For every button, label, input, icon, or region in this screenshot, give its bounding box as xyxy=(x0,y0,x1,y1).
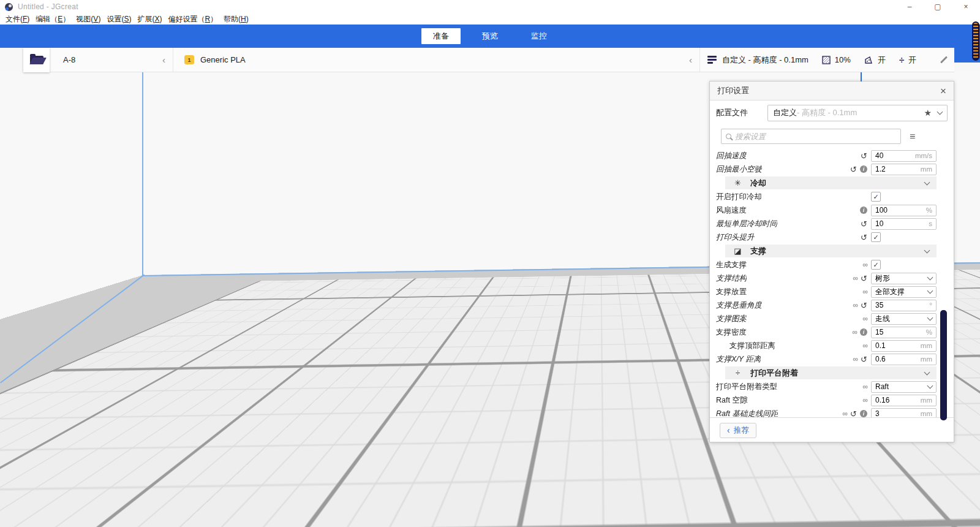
settings-rows: 回抽速度↺40mm/s回抽最小空驶↺i1.2mm✳冷却开启打印冷却✓风扇速度i1… xyxy=(710,148,954,417)
menu-item-settings[interactable]: 设置(S) xyxy=(104,14,134,25)
setting-input[interactable]: 3mm xyxy=(871,408,937,418)
setting-row: 支撑放置∞全部支撑 xyxy=(710,285,937,298)
setting-label: 支撑结构 xyxy=(716,273,747,284)
setting-row: 打印头提升↺✓ xyxy=(710,230,937,244)
panel-scrollbar-thumb[interactable] xyxy=(940,310,947,420)
menu-item-edit[interactable]: 编辑（E） xyxy=(32,14,73,25)
menu-item-help[interactable]: 帮助(H) xyxy=(221,14,252,25)
minimize-button[interactable]: – xyxy=(895,0,924,13)
view-front-button[interactable] xyxy=(24,498,34,508)
favorite-star-icon[interactable]: ★ xyxy=(924,108,932,118)
setting-checkbox[interactable]: ✓ xyxy=(871,260,881,270)
unit-label: s xyxy=(929,220,932,227)
setting-input[interactable]: 15% xyxy=(871,327,937,338)
stage-tabs: 准备预览监控 xyxy=(421,28,559,44)
setting-row: 支撑结构∞↺树形 xyxy=(710,271,937,285)
link-icon: ∞ xyxy=(843,409,848,417)
chevron-left-icon: ‹ xyxy=(727,425,730,435)
link-icon: ∞ xyxy=(862,260,867,269)
setting-label: 支撑图案 xyxy=(716,314,747,324)
recommended-button[interactable]: ‹ 推荐 xyxy=(720,423,756,438)
tab-preview[interactable]: 预览 xyxy=(470,28,510,44)
section-header[interactable]: ◪支撑 xyxy=(725,245,937,257)
chevron-down-icon xyxy=(927,288,933,294)
adhesion-icon: ÷ xyxy=(733,368,742,377)
tab-monitor[interactable]: 监控 xyxy=(519,28,559,44)
panel-anchor-line xyxy=(861,72,862,82)
adhesion-state: 开 xyxy=(908,55,916,66)
info-icon[interactable]: i xyxy=(860,207,867,214)
view-3d-button[interactable] xyxy=(7,498,18,508)
configuration-toolbar: A-8 ‹ 1 Generic PLA ‹ 自定义 - 高精度 - 0.1mm … xyxy=(23,48,954,72)
setting-row: 风扇速度i100% xyxy=(710,203,937,217)
section-label: 打印平台附着 xyxy=(750,368,798,379)
section-header[interactable]: ÷打印平台附着 xyxy=(725,366,937,379)
setting-input[interactable]: 40mm/s xyxy=(871,150,937,162)
setting-select[interactable]: 树形 xyxy=(871,273,937,284)
menu-item-view[interactable]: 视图(V) xyxy=(73,14,104,25)
setting-checkbox[interactable]: ✓ xyxy=(871,232,881,242)
setting-input[interactable]: 35° xyxy=(871,300,937,311)
tab-prepare[interactable]: 准备 xyxy=(421,28,461,44)
setting-checkbox[interactable]: ✓ xyxy=(871,192,881,202)
summary-profile-text: 自定义 - 高精度 - 0.1mm xyxy=(722,55,809,66)
stage-bar: 准备预览监控 xyxy=(0,25,980,48)
menu-item-file[interactable]: 文件(F) xyxy=(2,14,32,25)
section-label: 冷却 xyxy=(750,178,766,189)
maximize-button[interactable]: ▢ xyxy=(924,0,952,13)
view-left-button[interactable] xyxy=(57,498,67,508)
profile-layers-icon xyxy=(707,56,717,64)
setting-input[interactable]: 0.1mm xyxy=(871,340,937,352)
info-icon[interactable]: i xyxy=(860,410,867,417)
printer-selector[interactable]: A-8 ‹ xyxy=(50,48,173,72)
undo-icon[interactable]: ↺ xyxy=(850,410,857,418)
material-name: Generic PLA xyxy=(200,55,246,64)
search-box[interactable] xyxy=(721,129,901,144)
view-right-button[interactable] xyxy=(74,498,84,508)
profile-dropdown[interactable]: 自定义 - 高精度 - 0.1mm ★ xyxy=(767,105,948,121)
collapse-left-icon[interactable]: ‹ xyxy=(162,55,165,65)
fan-icon: ✳ xyxy=(733,178,742,188)
setting-label: 支撑X/Y 距离 xyxy=(716,354,761,365)
setting-input[interactable]: 0.6mm xyxy=(871,354,937,365)
edit-pencil-icon[interactable] xyxy=(939,55,948,64)
panel-header: 打印设置 × xyxy=(710,82,954,100)
section-header[interactable]: ✳冷却 xyxy=(725,176,937,189)
undo-icon[interactable]: ↺ xyxy=(861,233,867,241)
menu-item-extensions[interactable]: 扩展(X) xyxy=(134,14,165,25)
print-settings-summary-button[interactable]: 自定义 - 高精度 - 0.1mm 10% 开 ÷ 开 xyxy=(700,48,954,72)
undo-icon[interactable]: ↺ xyxy=(861,301,867,309)
material-selector[interactable]: 1 Generic PLA ‹ xyxy=(173,48,700,72)
setting-select[interactable]: 走线 xyxy=(871,313,937,325)
edge-scrollbar-thumb[interactable] xyxy=(972,21,979,61)
menu-item-preferences[interactable]: 偏好设置（R） xyxy=(165,14,221,25)
setting-select[interactable]: 全部支撑 xyxy=(871,286,937,298)
setting-input[interactable]: 1.2mm xyxy=(871,164,937,175)
search-input[interactable] xyxy=(735,132,896,141)
unit-label: % xyxy=(926,328,932,336)
link-icon: ∞ xyxy=(862,287,867,296)
undo-icon[interactable]: ↺ xyxy=(850,165,857,173)
open-file-button[interactable] xyxy=(23,48,50,72)
link-icon: ∞ xyxy=(853,355,858,363)
close-button[interactable]: × xyxy=(952,0,980,13)
settings-menu-icon[interactable]: ≡ xyxy=(910,131,915,142)
support-state: 开 xyxy=(878,55,886,66)
view-top-button[interactable] xyxy=(40,498,51,508)
setting-input[interactable]: 0.16mm xyxy=(871,395,937,406)
setting-row: 回抽速度↺40mm/s xyxy=(710,149,937,162)
panel-close-icon[interactable]: × xyxy=(940,86,946,96)
undo-icon[interactable]: ↺ xyxy=(861,275,867,282)
info-icon[interactable]: i xyxy=(860,165,867,173)
setting-select[interactable]: Raft xyxy=(871,381,937,393)
undo-icon[interactable]: ↺ xyxy=(861,152,867,160)
undo-icon[interactable]: ↺ xyxy=(861,220,867,228)
undo-icon[interactable]: ↺ xyxy=(861,355,867,363)
profile-suffix: - 高精度 - 0.1mm xyxy=(797,107,857,118)
support-icon: ◪ xyxy=(733,246,742,256)
setting-input[interactable]: 100% xyxy=(871,205,937,216)
collapse-left-icon[interactable]: ‹ xyxy=(689,55,692,65)
profile-value: 自定义 xyxy=(773,107,797,118)
setting-input[interactable]: 10s xyxy=(871,218,937,230)
info-icon[interactable]: i xyxy=(860,328,867,336)
